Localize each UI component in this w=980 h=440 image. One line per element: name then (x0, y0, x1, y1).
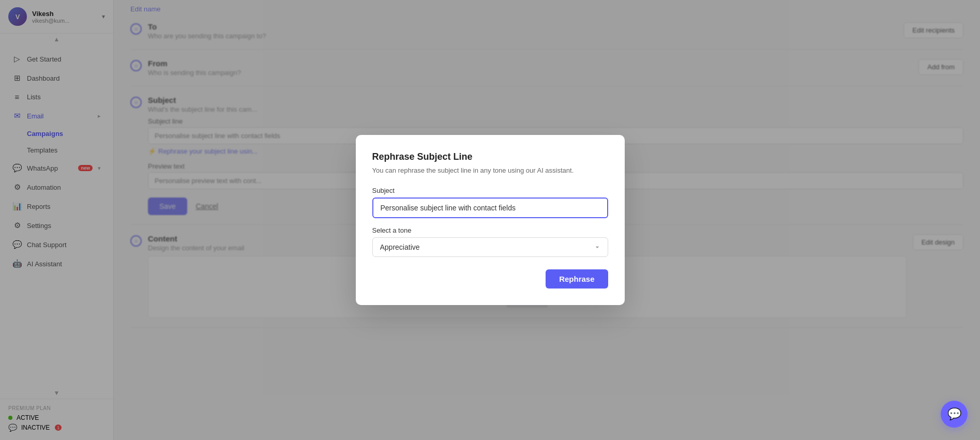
rephrase-modal: Rephrase Subject Line You can rephrase t… (356, 135, 625, 305)
modal-overlay: Rephrase Subject Line You can rephrase t… (0, 0, 980, 440)
modal-subtitle: You can rephrase the subject line in any… (372, 166, 608, 174)
modal-subject-input[interactable] (372, 198, 608, 218)
chat-fab-icon: 💬 (947, 407, 961, 421)
chat-fab-button[interactable]: 💬 (941, 401, 968, 428)
modal-subject-label: Subject (372, 187, 608, 194)
modal-tone-label: Select a tone (372, 226, 608, 234)
modal-title: Rephrase Subject Line (372, 151, 608, 162)
rephrase-button[interactable]: Rephrase (546, 269, 608, 289)
modal-footer: Rephrase (372, 269, 608, 289)
modal-tone-select[interactable]: Appreciative Professional Casual Friendl… (372, 237, 608, 257)
